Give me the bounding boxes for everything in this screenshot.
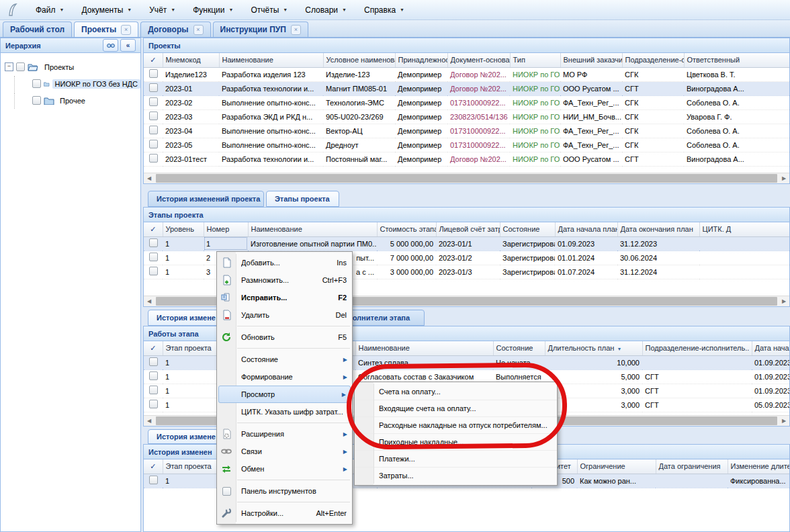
menu-item-view[interactable]: Просмотр ▶ [218, 386, 351, 403]
column-header[interactable]: Тип [510, 53, 560, 67]
select-all-header[interactable]: ✓ [144, 459, 163, 474]
row-checkbox[interactable] [149, 476, 158, 484]
column-header[interactable]: Подразделение-от [622, 53, 684, 67]
column-header[interactable]: Подразделение-исполнитель.. [642, 341, 752, 355]
row-checkbox-cell[interactable] [144, 398, 163, 412]
row-checkbox-cell[interactable] [144, 95, 163, 109]
tab-contracts[interactable]: Договоры× [140, 21, 210, 37]
collapse-panel-button[interactable]: « [120, 39, 136, 52]
column-header[interactable]: Дата ограничения [656, 459, 728, 474]
tab-desktop[interactable]: Рабочий стол [3, 21, 72, 37]
table-row[interactable]: 2023-04Выполнение опытно-конс...Вектор-А… [144, 124, 790, 138]
row-checkbox[interactable] [149, 371, 158, 380]
row-checkbox[interactable] [149, 238, 158, 247]
menu-item-state[interactable]: Состояние ▶ [217, 351, 352, 368]
menu-item-citk-cost-code[interactable]: ЦИТК. Указать шифр затрат... [217, 403, 352, 420]
menu-item-links[interactable]: Связи ▶ [217, 443, 352, 460]
column-header[interactable]: Дата начал [752, 341, 790, 355]
column-header[interactable]: Уровень [163, 222, 204, 236]
row-checkbox[interactable] [149, 126, 158, 134]
close-icon[interactable]: × [291, 25, 301, 35]
column-header[interactable]: ЦИТК. Д [699, 222, 790, 236]
node-checkbox[interactable] [16, 62, 25, 71]
scroll-right-icon[interactable]: ▶ [779, 416, 789, 426]
menu-dictionaries[interactable]: Словари▼ [296, 3, 355, 17]
column-header[interactable]: Состояние [500, 222, 555, 236]
row-checkbox[interactable] [149, 154, 158, 163]
row-checkbox-cell[interactable] [144, 251, 163, 265]
tree-node-other[interactable]: Прочее [5, 92, 140, 109]
scroll-right-icon[interactable]: ▶ [779, 173, 789, 183]
column-header[interactable]: Изменение длител [728, 459, 790, 474]
column-header[interactable]: Дата окончания план [617, 222, 699, 236]
column-header[interactable]: Длительность план▼ [545, 341, 642, 355]
table-row[interactable]: 2023-01Разработка технологии и...Магнит … [144, 81, 790, 95]
table-row[interactable]: 2023-01тестРазработка технологии и...Пос… [144, 152, 790, 166]
close-icon[interactable]: × [121, 25, 131, 35]
row-checkbox[interactable] [149, 69, 158, 78]
menu-item-add[interactable]: Добавить... Ins [217, 254, 352, 271]
row-checkbox[interactable] [149, 357, 158, 366]
column-header[interactable]: Наименование [248, 222, 377, 236]
scroll-left-icon[interactable]: ◀ [144, 416, 155, 426]
table-row[interactable]: Изделие123Разработка изделия 123Изделие-… [144, 67, 790, 81]
column-header[interactable]: Состояние [493, 341, 545, 355]
row-checkbox[interactable] [149, 386, 158, 394]
row-checkbox-cell[interactable] [144, 355, 163, 369]
row-checkbox-cell[interactable] [144, 124, 163, 138]
menu-documents[interactable]: Документы▼ [73, 3, 140, 17]
row-checkbox[interactable] [149, 83, 158, 92]
column-header[interactable]: Принадлежность [395, 53, 447, 67]
row-checkbox-cell[interactable] [144, 67, 163, 81]
tab-projects[interactable]: Проекты× [74, 21, 138, 37]
scroll-right-icon[interactable]: ▶ [779, 296, 789, 306]
menu-accounting[interactable]: Учёт▼ [140, 3, 184, 17]
menu-item-settings[interactable]: Настройки... Alt+Enter [217, 504, 352, 522]
select-all-header[interactable]: ✓ [144, 222, 163, 236]
column-header[interactable]: Наименование [219, 53, 323, 67]
column-header[interactable]: Условное наименова [323, 53, 395, 67]
find-button[interactable] [103, 39, 118, 52]
select-all-header[interactable]: ✓ [144, 341, 163, 355]
row-checkbox[interactable] [149, 267, 158, 275]
column-header[interactable]: Ответственный [684, 53, 790, 67]
scrollbar-thumb[interactable] [156, 174, 777, 183]
submenu-item-costs[interactable]: Затраты... [355, 468, 557, 484]
menu-item-delete[interactable]: Удалить Del [217, 306, 352, 324]
row-checkbox[interactable] [149, 253, 158, 261]
row-checkbox[interactable] [149, 140, 158, 148]
menu-help[interactable]: Справка▼ [355, 3, 413, 17]
column-header[interactable]: Стоимость этапа [377, 222, 436, 236]
tree-node-projects[interactable]: − Проекты [5, 58, 140, 75]
menu-reports[interactable]: Отчёты▼ [242, 3, 296, 17]
menu-item-toolbar[interactable]: Панель инструментов [217, 482, 352, 500]
table-row[interactable]: 11Изготовление опытной партии ПМ0...5 00… [144, 236, 790, 251]
select-all-header[interactable]: ✓ [144, 53, 163, 67]
row-checkbox-cell[interactable] [144, 236, 163, 251]
node-checkbox[interactable] [32, 96, 41, 105]
row-checkbox[interactable] [149, 112, 158, 120]
menu-item-extensions[interactable]: Расширения ▶ [217, 425, 352, 443]
close-icon[interactable]: × [193, 25, 204, 35]
column-header[interactable]: Ограничение [577, 459, 656, 474]
column-header[interactable]: Дата начала план [555, 222, 617, 236]
menu-item-exchange[interactable]: Обмен ▶ [217, 460, 352, 478]
row-checkbox-cell[interactable] [144, 81, 163, 95]
column-header[interactable]: Наименование [355, 341, 493, 355]
menu-item-duplicate[interactable]: Размножить... Ctrl+F3 [217, 271, 352, 289]
row-checkbox-cell[interactable] [144, 384, 163, 398]
row-checkbox[interactable] [149, 400, 158, 408]
tab-project-history[interactable]: История изменений проекта [148, 191, 264, 207]
horizontal-scrollbar[interactable]: ◀ ▶ [144, 173, 789, 183]
column-header[interactable]: Документ-основан [447, 53, 510, 67]
column-header[interactable]: Лицевой счёт затрат. [436, 222, 500, 236]
tab-project-stages[interactable]: Этапы проекта [266, 191, 339, 207]
tree-node-niokr[interactable]: НИОКР по ГОЗ без НДС [5, 75, 140, 92]
menu-functions[interactable]: Функции▼ [184, 3, 242, 17]
menu-file[interactable]: Файл▼ [27, 3, 73, 17]
scroll-left-icon[interactable]: ◀ [144, 173, 155, 183]
row-checkbox[interactable] [149, 97, 158, 106]
row-checkbox-cell[interactable] [144, 265, 163, 279]
row-checkbox-cell[interactable] [144, 152, 163, 166]
table-row[interactable]: 2023-03Разработка ЭКД и РКД н...905-U020… [144, 109, 790, 124]
